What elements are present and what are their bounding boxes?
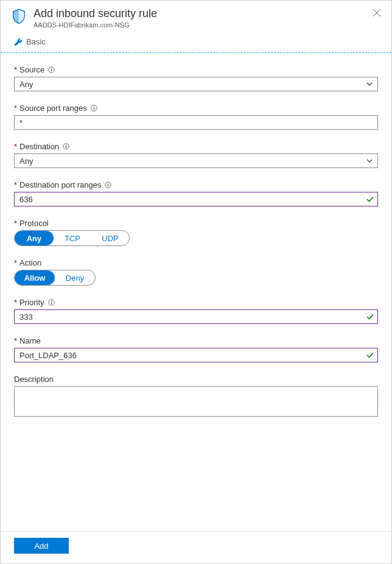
field-name: * Name [14, 336, 378, 362]
description-input[interactable] [14, 386, 378, 417]
field-protocol: * Protocol Any TCP UDP [14, 219, 378, 246]
destination-port-ranges-input[interactable] [14, 192, 378, 206]
required-marker: * [14, 258, 17, 267]
action-toggle: Allow Deny [14, 270, 96, 286]
svg-rect-4 [93, 108, 94, 110]
field-source: * Source [14, 65, 378, 91]
label-destination: * Destination [14, 142, 378, 151]
label-protocol: * Protocol [14, 219, 378, 228]
info-icon[interactable] [48, 299, 55, 306]
svg-rect-1 [51, 69, 52, 72]
field-destination: * Destination [14, 142, 378, 168]
action-deny[interactable]: Deny [55, 270, 95, 285]
required-marker: * [14, 336, 17, 345]
destination-select[interactable] [14, 153, 378, 168]
panel-header: Add inbound security rule AADDS-HDIFabri… [1, 1, 391, 33]
label-action: * Action [14, 258, 378, 267]
field-action: * Action Allow Deny [14, 258, 378, 286]
basic-toggle[interactable]: Basic [1, 33, 391, 53]
required-marker: * [14, 142, 17, 151]
close-button[interactable] [371, 7, 383, 19]
priority-input[interactable] [14, 309, 378, 324]
protocol-udp[interactable]: UDP [91, 231, 129, 245]
svg-rect-5 [93, 107, 94, 107]
label-source-port-ranges: * Source port ranges [14, 104, 378, 113]
form-area: * Source * Source port ranges * Destinat… [1, 53, 391, 437]
check-icon [366, 195, 374, 203]
panel-footer: Add [1, 531, 391, 563]
field-destination-port-ranges: * Destination port ranges [14, 180, 378, 206]
field-priority: * Priority [14, 298, 378, 324]
header-text: Add inbound security rule AADDS-HDIFabri… [33, 7, 382, 29]
info-icon[interactable] [105, 182, 111, 188]
svg-rect-11 [108, 183, 108, 184]
action-allow[interactable]: Allow [15, 270, 55, 285]
wrench-icon [14, 38, 23, 46]
info-icon[interactable] [63, 143, 69, 150]
protocol-toggle: Any TCP UDP [14, 230, 130, 246]
label-name: * Name [14, 336, 378, 345]
source-port-ranges-input[interactable] [14, 115, 378, 130]
label-description: Description [14, 375, 378, 384]
panel-subtitle: AADDS-HDIFabrikam.com-NSG [33, 21, 382, 29]
required-marker: * [14, 65, 17, 74]
source-select[interactable] [14, 77, 378, 91]
field-description: Description [14, 375, 378, 418]
basic-label: Basic [26, 37, 46, 46]
info-icon[interactable] [48, 66, 55, 73]
svg-rect-7 [66, 146, 66, 149]
svg-rect-2 [51, 68, 52, 69]
check-icon [366, 351, 374, 359]
required-marker: * [14, 180, 17, 189]
info-icon[interactable] [91, 105, 97, 111]
svg-rect-10 [108, 185, 108, 187]
close-icon [373, 9, 381, 17]
name-input[interactable] [14, 348, 378, 362]
required-marker: * [14, 104, 17, 113]
check-icon [366, 312, 374, 321]
svg-rect-14 [51, 301, 51, 301]
shield-icon [10, 8, 27, 25]
label-source: * Source [14, 65, 378, 74]
svg-rect-13 [51, 302, 51, 305]
panel-title: Add inbound security rule [33, 7, 382, 21]
label-destination-port-ranges: * Destination port ranges [14, 180, 378, 189]
required-marker: * [14, 298, 17, 307]
svg-rect-8 [66, 145, 66, 146]
protocol-tcp[interactable]: TCP [54, 231, 91, 245]
field-source-port-ranges: * Source port ranges [14, 104, 378, 130]
label-priority: * Priority [14, 298, 378, 307]
protocol-any[interactable]: Any [15, 231, 54, 245]
required-marker: * [14, 219, 17, 228]
add-button[interactable]: Add [14, 538, 69, 554]
